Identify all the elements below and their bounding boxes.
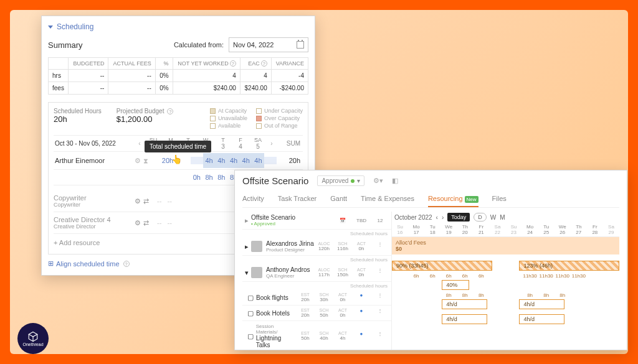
tab-resourcing[interactable]: ResourcingNew	[428, 192, 478, 207]
row-fees: fees -- -- 0% $240.00 $240.00 -$240.00	[49, 82, 308, 95]
col-var: VARIANCE	[271, 58, 308, 70]
tab-gantt[interactable]: Gantt	[330, 192, 347, 207]
swap-icon[interactable]: ⇄	[143, 197, 149, 205]
cube-icon	[27, 331, 39, 342]
chevron-down-icon: ▾	[357, 177, 360, 184]
person-sum: 20h	[277, 157, 303, 164]
task-bar[interactable]: 4h/d 4h/d	[392, 299, 619, 310]
resource-list: ▸ Offsite Scenario • Approved 📅 TBD 12 S…	[242, 212, 392, 350]
more-icon[interactable]: ⋮	[371, 292, 389, 302]
today-button[interactable]: Today	[447, 213, 470, 222]
next-week-button[interactable]: ›	[267, 140, 277, 147]
project-row[interactable]: ▸ Offsite Scenario • Approved 📅 TBD 12	[242, 212, 391, 230]
allocation-bar[interactable]: 90% (33h45) 123% (46h)	[392, 261, 619, 272]
day-cell[interactable]: 4h	[252, 153, 265, 168]
day-cell[interactable]	[264, 157, 277, 164]
swap-icon[interactable]: ⇄	[143, 219, 149, 227]
col-budgeted: BUDGETED	[69, 58, 108, 70]
col-nyw: NOT YET WORKED?	[173, 58, 240, 70]
chart-icon[interactable]: ⧗	[143, 157, 148, 165]
task-bar[interactable]: 4h/d 4h/d	[392, 314, 619, 325]
task-row[interactable]: ▢ Book Hotels EST20h SCH50h ACT0h ● ⋮	[242, 306, 391, 321]
day-cell[interactable]: 4h	[240, 153, 252, 168]
more-icon[interactable]: ⋮	[371, 268, 389, 278]
cursor-icon: 👆	[171, 154, 182, 164]
page-title: Offsite Scenario	[242, 175, 308, 186]
day-cell[interactable]: 4h	[215, 153, 227, 168]
next-button[interactable]: ›	[442, 214, 444, 221]
allocation-bar[interactable]: 40%	[392, 280, 619, 291]
sched-hours-label: Scheduled hours	[242, 230, 391, 238]
status-dropdown[interactable]: Approved ▾	[317, 175, 364, 186]
resourcing-panel: Offsite Scenario Approved ▾ ⚙▾ ◧ Activit…	[234, 170, 627, 350]
col-eac: EAC?	[240, 58, 271, 70]
align-icon: ⊞	[48, 259, 54, 268]
tab-activity[interactable]: Activity	[242, 192, 264, 207]
day-sa: SA5	[249, 136, 267, 151]
date-range[interactable]: Oct 30 - Nov 05, 2022	[54, 136, 135, 151]
prev-week-button[interactable]: ‹	[135, 140, 145, 147]
calculated-from-input[interactable]: Nov 04, 2022	[229, 37, 308, 52]
task-icon: ▢	[245, 294, 256, 302]
scheduling-header[interactable]: Scheduling	[48, 20, 308, 34]
summary-label: Summary	[48, 40, 83, 50]
summary-table: BUDGETED ACTUAL FEES % NOT YET WORKED? E…	[48, 57, 308, 95]
row-icons[interactable]: ⚙ ⧗	[135, 157, 157, 165]
calculated-from-value: Nov 04, 2022	[233, 41, 274, 49]
caret-icon[interactable]: ▾	[245, 269, 249, 277]
sum-header: SUM	[277, 140, 303, 147]
gear-icon[interactable]: ⚙	[135, 197, 141, 205]
task-row[interactable]: ▢ Session Materials/ Lightning Talks EST…	[242, 321, 391, 350]
tab-files[interactable]: Files	[492, 192, 507, 207]
section-title: Scheduling	[57, 22, 93, 31]
caret-icon[interactable]: ▸	[245, 243, 249, 251]
gear-icon[interactable]: ⚙	[135, 219, 141, 227]
gear-icon[interactable]: ⚙▾	[373, 177, 383, 185]
col-pct: %	[155, 58, 173, 70]
tab-task-tracker[interactable]: Task Tracker	[278, 192, 317, 207]
caret-icon[interactable]: ▸	[245, 217, 249, 225]
person-name[interactable]: Arthur Einemoor	[54, 152, 135, 169]
day-cell[interactable]: 4h	[203, 153, 216, 168]
sched-hours-value: 20h	[54, 114, 102, 124]
avatar	[251, 267, 262, 278]
legend: At Capacity Under Capacity Unavailable O…	[210, 108, 303, 129]
layout-toggle-icon[interactable]: ◧	[392, 177, 398, 185]
day-cell[interactable]	[191, 157, 203, 164]
calendar-icon	[297, 41, 304, 49]
hours-row: 6h6h6h6h6h 11h3011h3011h3011h30	[392, 272, 619, 280]
resource-row[interactable]: ▸ Alexandros Jirina Product Designer ALO…	[242, 238, 391, 256]
tab-time-expenses[interactable]: Time & Expenses	[361, 192, 414, 207]
tabs: Activity Task Tracker Gantt Time & Expen…	[242, 192, 619, 208]
mode-month[interactable]: M	[500, 214, 505, 221]
task-icon: ▢	[245, 332, 256, 340]
brand-logo: Onethread	[17, 323, 49, 354]
more-icon[interactable]: ⋮	[371, 241, 389, 251]
mode-day[interactable]: D	[474, 213, 487, 222]
tbd-icon[interactable]: 📅	[334, 218, 351, 223]
gear-icon[interactable]: ⚙	[135, 157, 141, 165]
status-dot-icon	[351, 179, 355, 183]
hours-row: 8h8h8h 8h8h8h	[392, 291, 619, 299]
month-label[interactable]: October 2022	[394, 214, 432, 221]
tooltip: Total scheduled time	[145, 141, 211, 152]
role-title: Creative Director 4	[54, 216, 135, 223]
day-th: T3	[214, 136, 232, 151]
brand-text: Onethread	[22, 342, 43, 347]
day-fr: F4	[232, 136, 249, 151]
alloc-banner: Alloc'd Fees$0	[392, 237, 619, 254]
task-row[interactable]: ▢ Book flights EST20h SCH30h ACT0h ● ⋮	[242, 290, 391, 306]
role-sub: Copywriter	[54, 202, 135, 208]
timeline-days: Su16 Mo17 Tu18 We19 Th20 Fr21 Sa22 Su23 …	[392, 223, 619, 237]
sched-hours-label: Scheduled Hours	[54, 108, 102, 114]
mode-week[interactable]: W	[490, 214, 496, 221]
caret-down-icon	[48, 26, 53, 29]
row-hrs: hrs -- -- 0% 4 4 -4	[49, 70, 308, 82]
day-cell[interactable]: 4h	[227, 153, 240, 168]
more-icon[interactable]: ⋮	[371, 308, 389, 318]
more-icon[interactable]: ⋮	[371, 331, 389, 341]
avatar	[251, 241, 262, 252]
prev-button[interactable]: ‹	[436, 214, 438, 221]
help-icon[interactable]: ?	[123, 261, 130, 267]
resource-row[interactable]: ▾ Anthony Andros QA Engineer ALOC117h SC…	[242, 264, 391, 282]
